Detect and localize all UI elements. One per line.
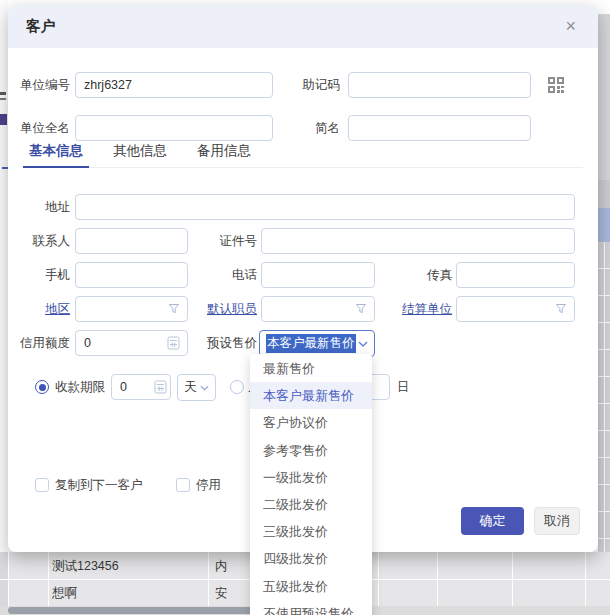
background-left-sliver	[0, 0, 8, 552]
staff-input[interactable]	[261, 296, 375, 322]
dialog-title: 客户	[26, 5, 55, 48]
region-label: 地区	[16, 296, 70, 322]
unit-code-label: 单位编号	[16, 72, 70, 98]
close-icon[interactable]: ×	[565, 5, 576, 48]
term-days-radio[interactable]	[35, 380, 49, 394]
settle-input[interactable]	[456, 296, 575, 322]
address-label: 地址	[16, 194, 70, 220]
region-link[interactable]: 地区	[45, 302, 70, 316]
price-option[interactable]: 本客户最新售价	[250, 382, 372, 409]
background-selected-row	[598, 208, 610, 242]
preset-price-select[interactable]: 本客户最新售价	[259, 330, 375, 357]
term-unit-value: 天	[184, 379, 197, 396]
price-option[interactable]: 不使用预设售价	[250, 600, 372, 615]
staff-label: 默认职员	[203, 296, 257, 322]
term-month-radio[interactable]	[230, 380, 244, 394]
settle-link[interactable]: 结算单位	[402, 302, 452, 316]
region-input[interactable]	[75, 296, 188, 322]
unit-code-input[interactable]	[75, 72, 273, 98]
preset-price-value: 本客户最新售价	[266, 334, 356, 353]
price-option[interactable]: 二级批发价	[250, 491, 372, 518]
tab[interactable]: 其他信息	[107, 138, 173, 167]
contact-input[interactable]	[75, 228, 188, 254]
price-option[interactable]: 四级批发价	[250, 545, 372, 572]
horizontal-scrollbar-thumb[interactable]	[8, 607, 252, 614]
table-row-detail: 内	[215, 553, 228, 580]
price-option[interactable]: 参考零售价	[250, 437, 372, 464]
phone-label: 电话	[203, 262, 257, 288]
fax-input[interactable]	[456, 262, 575, 288]
term-unit-select[interactable]: 天	[177, 374, 216, 401]
mnemonic-label: 助记码	[278, 72, 340, 98]
tab[interactable]: 基本信息	[23, 138, 89, 167]
screen: 测试123456 内 想啊 安 客户 × 单位编号 助记码	[0, 0, 610, 615]
copy-next-label: 复制到下一客户	[55, 472, 143, 498]
credit-input[interactable]	[75, 330, 188, 356]
contact-label: 联系人	[16, 228, 70, 254]
staff-link[interactable]: 默认职员	[207, 302, 257, 316]
mobile-label: 手机	[16, 262, 70, 288]
chevron-down-icon	[358, 341, 368, 347]
address-input[interactable]	[75, 194, 575, 220]
tab[interactable]: 备用信息	[191, 138, 257, 167]
term-label: 收款期限	[55, 374, 105, 400]
disable-label: 停用	[196, 472, 221, 498]
table-row-detail: 安	[215, 580, 228, 607]
fax-label: 传真	[398, 262, 452, 288]
price-option[interactable]: 最新售价	[250, 355, 372, 382]
cancel-button[interactable]: 取消	[534, 507, 580, 535]
term-days-input[interactable]	[111, 374, 171, 400]
table-row-name: 想啊	[52, 580, 77, 607]
price-option[interactable]: 三级批发价	[250, 518, 372, 545]
idnum-label: 证件号	[203, 228, 257, 254]
chevron-down-icon	[200, 385, 209, 391]
price-option[interactable]: 客户协议价	[250, 409, 372, 436]
price-dropdown-menu: 最新售价 本客户最新售价 客户协议价 参考零售价 一级批发价 二级批发价 三级批…	[250, 354, 372, 615]
settle-label: 结算单位	[398, 296, 452, 322]
qrcode-icon[interactable]	[547, 76, 565, 94]
tab-bar: 基本信息 其他信息 备用信息	[23, 138, 583, 168]
mnemonic-input[interactable]	[348, 72, 531, 98]
price-option[interactable]: 一级批发价	[250, 464, 372, 491]
price-option[interactable]: 五级批发价	[250, 573, 372, 600]
credit-label: 信用额度	[16, 330, 70, 356]
phone-input[interactable]	[261, 262, 375, 288]
background-table-right	[598, 14, 610, 552]
preset-price-label: 预设售价	[203, 330, 257, 356]
dialog-header: 客户 ×	[8, 5, 598, 48]
day-label: 日	[397, 374, 410, 400]
disable-checkbox[interactable]	[176, 478, 190, 492]
mobile-input[interactable]	[75, 262, 188, 288]
copy-next-checkbox[interactable]	[35, 478, 49, 492]
confirm-button[interactable]: 确定	[461, 507, 524, 535]
idnum-input[interactable]	[261, 228, 575, 254]
table-row-name: 测试123456	[52, 553, 119, 580]
